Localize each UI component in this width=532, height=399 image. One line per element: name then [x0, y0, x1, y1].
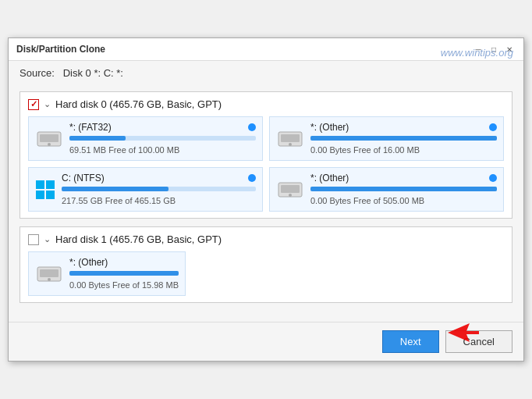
- drive-icon-other1: [276, 128, 304, 150]
- partition-info-other2: *: (Other) 0.00 Bytes Free of 505.00 MB: [310, 173, 497, 206]
- blue-dot-other1: [489, 123, 497, 131]
- window-controls: ─ □ ✕: [472, 43, 516, 55]
- source-value: Disk 0 *: C: *:: [63, 67, 123, 79]
- partition-card-other2: *: (Other) 0.00 Bytes Free of 505.00 MB: [269, 167, 504, 212]
- svg-rect-11: [281, 185, 300, 193]
- disk-group-0: ⌄ Hard disk 0 (465.76 GB, Basic, GPT): [20, 91, 512, 219]
- minimize-button[interactable]: ─: [472, 43, 484, 55]
- progress-fill-disk1-other: [69, 271, 179, 276]
- disk-checkbox-0[interactable]: [28, 99, 39, 110]
- progress-bg-disk1-other: [69, 271, 179, 276]
- progress-bg-other1: [310, 136, 497, 141]
- partition-size-disk1-other: 0.00 Bytes Free of 15.98 MB: [69, 280, 179, 290]
- title-bar: Disk/Partition Clone ─ □ ✕: [9, 38, 523, 61]
- svg-point-15: [48, 278, 51, 281]
- disk-header-0: ⌄ Hard disk 0 (465.76 GB, Basic, GPT): [28, 98, 504, 110]
- partition-size-fat32: 69.51 MB Free of 100.00 MB: [69, 145, 179, 155]
- partition-name-disk1-other: *: (Other): [69, 257, 108, 268]
- progress-bg-fat32: [69, 136, 256, 141]
- svg-rect-1: [40, 134, 59, 142]
- svg-rect-9: [46, 191, 55, 199]
- partition-card-ntfs: C: (NTFS) 217.55 GB Free of 465.15 GB: [28, 167, 263, 212]
- svg-rect-14: [40, 269, 59, 277]
- partition-name-fat32: *: (FAT32): [69, 122, 112, 133]
- disk-header-1: ⌄ Hard disk 1 (465.76 GB, Basic, GPT): [28, 233, 504, 245]
- svg-rect-7: [46, 180, 55, 189]
- partition-card-disk1-other: *: (Other) 0.00 Bytes Free of 15.98 MB: [28, 251, 186, 296]
- next-button[interactable]: Next: [382, 330, 439, 353]
- partition-card-other1: *: (Other) 0.00 Bytes Free of 16.00 MB: [269, 116, 504, 161]
- partition-info-disk1-other: *: (Other) 0.00 Bytes Free of 15.98 MB: [69, 257, 179, 290]
- cancel-button[interactable]: Cancel: [445, 330, 512, 353]
- partition-name-ntfs: C: (NTFS): [62, 173, 105, 183]
- drive-icon-fat32: [35, 128, 63, 150]
- progress-fill-other2: [310, 187, 497, 191]
- chevron-icon-0: ⌄: [44, 99, 51, 109]
- main-content: ⌄ Hard disk 0 (465.76 GB, Basic, GPT): [9, 85, 523, 322]
- blue-dot-fat32: [248, 123, 256, 131]
- svg-point-12: [289, 194, 292, 197]
- svg-rect-6: [36, 180, 44, 189]
- footer: Next Cancel: [9, 322, 523, 361]
- partition-info-fat32: *: (FAT32) 69.51 MB Free of 100.00 MB: [69, 122, 256, 155]
- partitions-grid-0: *: (FAT32) 69.51 MB Free of 100.00 MB: [28, 116, 504, 212]
- disk-title-0: Hard disk 0 (465.76 GB, Basic, GPT): [55, 98, 222, 110]
- partition-card-fat32: *: (FAT32) 69.51 MB Free of 100.00 MB: [28, 116, 263, 161]
- svg-point-5: [289, 143, 292, 146]
- disk-checkbox-1[interactable]: [28, 234, 39, 245]
- restore-button[interactable]: □: [488, 43, 500, 55]
- progress-fill-other1: [310, 136, 497, 141]
- partitions-single-0: *: (Other) 0.00 Bytes Free of 15.98 MB: [28, 251, 504, 296]
- partition-size-other2: 0.00 Bytes Free of 505.00 MB: [310, 196, 424, 205]
- partition-name-other1: *: (Other): [310, 122, 349, 133]
- source-label: Source:: [20, 67, 55, 79]
- chevron-icon-1: ⌄: [44, 234, 51, 244]
- drive-icon-disk1-other: [35, 263, 63, 285]
- partition-size-ntfs: 217.55 GB Free of 465.15 GB: [62, 196, 176, 205]
- progress-fill-ntfs: [62, 187, 168, 191]
- progress-bg-ntfs: [62, 187, 256, 191]
- svg-point-2: [48, 143, 51, 146]
- source-row: Source: Disk 0 *: C: *:: [9, 61, 523, 85]
- windows-icon-ntfs: [35, 180, 55, 200]
- blue-dot-other2: [489, 174, 497, 182]
- partition-info-other1: *: (Other) 0.00 Bytes Free of 16.00 MB: [310, 122, 497, 155]
- svg-rect-4: [281, 134, 300, 142]
- progress-fill-fat32: [69, 136, 126, 141]
- disk-group-1: ⌄ Hard disk 1 (465.76 GB, Basic, GPT): [20, 226, 512, 303]
- blue-dot-ntfs: [248, 174, 256, 182]
- partition-size-other1: 0.00 Bytes Free of 16.00 MB: [310, 145, 420, 155]
- disk-title-1: Hard disk 1 (465.76 GB, Basic, GPT): [55, 233, 222, 245]
- window-title: Disk/Partition Clone: [16, 44, 105, 55]
- drive-icon-other2: [276, 179, 304, 201]
- progress-bg-other2: [310, 187, 497, 191]
- main-window: Disk/Partition Clone ─ □ ✕ Source: Disk …: [8, 37, 524, 362]
- partition-name-other2: *: (Other): [310, 173, 349, 183]
- close-button[interactable]: ✕: [503, 43, 516, 55]
- partition-info-ntfs: C: (NTFS) 217.55 GB Free of 465.15 GB: [62, 173, 256, 206]
- svg-rect-8: [36, 191, 44, 199]
